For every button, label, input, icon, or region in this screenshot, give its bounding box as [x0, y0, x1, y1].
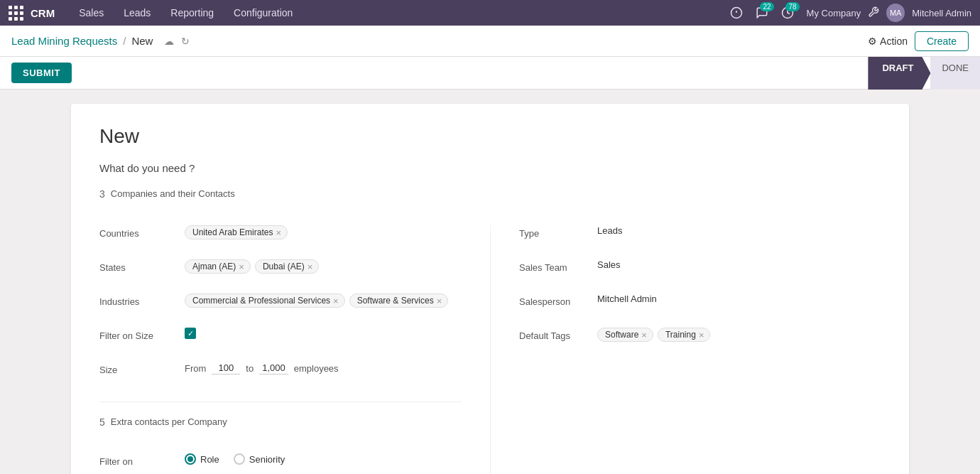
- activities-icon[interactable]: 78: [781, 6, 794, 19]
- tag-dubai-remove[interactable]: ×: [307, 262, 313, 271]
- tag-dubai[interactable]: Dubai (AE) ×: [255, 259, 319, 274]
- form-right: Type Leads Sales Team Sales Salesperson: [490, 225, 881, 474]
- tag-ajman[interactable]: Ajman (AE) ×: [185, 259, 251, 274]
- status-done[interactable]: DONE: [930, 57, 980, 90]
- status-draft[interactable]: DRAFT: [868, 57, 930, 90]
- tag-dubai-text: Dubai (AE): [263, 262, 305, 271]
- extra-count: 5: [99, 416, 105, 428]
- default-tags-row: Default Tags Software × Training ×: [519, 328, 881, 350]
- tag-software-services-text: Software & Services: [357, 296, 434, 306]
- extra-contacts-label: Extra contacts per Company: [111, 416, 227, 427]
- salesperson-text: Mitchell Admin: [597, 293, 657, 304]
- filter-on-row: Filter on Role Seniority: [99, 453, 462, 474]
- nav-configuration[interactable]: Configuration: [224, 0, 303, 26]
- tag-software-remove[interactable]: ×: [641, 330, 647, 340]
- submit-button[interactable]: SUBMIT: [11, 63, 72, 83]
- tag-ajman-text: Ajman (AE): [192, 262, 236, 271]
- messages-icon[interactable]: 22: [756, 6, 768, 19]
- filter-size-checkbox[interactable]: [185, 328, 196, 339]
- tag-training-text: Training: [665, 330, 696, 340]
- breadcrumb-icons: ☁ ↻: [164, 36, 190, 47]
- avatar[interactable]: MA: [886, 4, 905, 22]
- tag-software-services[interactable]: Software & Services ×: [349, 293, 449, 308]
- nav-leads[interactable]: Leads: [114, 0, 160, 26]
- tag-uae-remove[interactable]: ×: [276, 228, 281, 237]
- app-grid-icon[interactable]: [9, 6, 23, 21]
- status-bar: DRAFT DONE: [868, 57, 980, 90]
- breadcrumb-separator: /: [123, 35, 126, 47]
- default-tags-value: Software × Training ×: [597, 328, 881, 342]
- countries-value: United Arab Emirates ×: [185, 225, 462, 239]
- size-label: Size: [99, 362, 185, 375]
- support-icon[interactable]: [730, 6, 743, 19]
- radio-seniority-circle[interactable]: [234, 453, 245, 465]
- radio-role[interactable]: Role: [185, 453, 219, 465]
- action-button[interactable]: ⚙ Action: [868, 36, 908, 47]
- cloud-icon[interactable]: ☁: [164, 36, 174, 47]
- sales-team-value: Sales: [597, 259, 881, 270]
- tag-uae-text: United Arab Emirates: [192, 227, 273, 237]
- nav-items: Sales Leads Reporting Configuration: [69, 0, 729, 26]
- tag-ajman-remove[interactable]: ×: [239, 262, 244, 271]
- states-value: Ajman (AE) × Dubai (AE) ×: [185, 259, 462, 274]
- sales-team-text: Sales: [597, 259, 621, 270]
- nav-right: 22 78 My Company MA Mitchell Admin: [730, 4, 971, 22]
- radio-role-circle[interactable]: [185, 453, 196, 465]
- radio-seniority-label: Seniority: [249, 454, 285, 465]
- question-text: What do you need ?: [99, 162, 195, 174]
- radio-role-label: Role: [200, 454, 219, 465]
- sales-team-row: Sales Team Sales: [519, 259, 881, 282]
- size-from-text: From: [185, 363, 206, 374]
- tag-commercial-remove[interactable]: ×: [333, 296, 339, 306]
- settings-icon[interactable]: [868, 6, 879, 20]
- tag-training[interactable]: Training ×: [658, 328, 711, 342]
- size-unit: employees: [294, 363, 339, 374]
- page-content: New What do you need ? 3 Companies and t…: [0, 90, 980, 474]
- user-name[interactable]: Mitchell Admin: [912, 8, 971, 18]
- tag-software-services-remove[interactable]: ×: [437, 296, 442, 306]
- radio-seniority[interactable]: Seniority: [234, 453, 285, 465]
- nav-sales[interactable]: Sales: [69, 0, 114, 26]
- radio-group: Role Seniority: [185, 453, 285, 465]
- nav-reporting[interactable]: Reporting: [160, 0, 224, 26]
- type-label: Type: [519, 225, 597, 239]
- filter-on-size-value[interactable]: [185, 328, 462, 339]
- industries-value: Commercial & Professional Services × Sof…: [185, 293, 462, 308]
- extra-contacts-row: 5 Extra contacts per Company: [99, 416, 462, 439]
- tag-uae[interactable]: United Arab Emirates ×: [185, 225, 288, 239]
- create-button[interactable]: Create: [915, 31, 969, 51]
- breadcrumb-bar: Lead Mining Requests / New ☁ ↻ ⚙ Action …: [0, 26, 980, 57]
- size-from-input[interactable]: 100: [212, 362, 240, 375]
- industries-label: Industries: [99, 293, 185, 307]
- count-number: 3: [99, 188, 105, 200]
- refresh-icon[interactable]: ↻: [181, 36, 190, 47]
- breadcrumb-parent[interactable]: Lead Mining Requests: [11, 35, 117, 47]
- type-value: Leads: [597, 225, 881, 236]
- filter-on-label: Filter on: [99, 453, 185, 467]
- section-question: What do you need ?: [99, 162, 881, 174]
- filter-on-size-row: Filter on Size: [99, 328, 462, 350]
- salesperson-row: Salesperson Mitchell Admin: [519, 293, 881, 316]
- salesperson-label: Salesperson: [519, 293, 597, 307]
- company-name[interactable]: My Company: [807, 8, 861, 18]
- form-title: New: [99, 125, 881, 148]
- salesperson-value: Mitchell Admin: [597, 293, 881, 304]
- count-label: Companies and their Contacts: [111, 188, 235, 199]
- default-tags-label: Default Tags: [519, 328, 597, 341]
- tag-software[interactable]: Software ×: [597, 328, 653, 342]
- tag-commercial[interactable]: Commercial & Professional Services ×: [185, 293, 345, 308]
- countries-label: Countries: [99, 225, 185, 239]
- states-label: States: [99, 259, 185, 273]
- type-row: Type Leads: [519, 225, 881, 248]
- tag-commercial-text: Commercial & Professional Services: [192, 296, 330, 306]
- gear-icon: ⚙: [868, 36, 877, 47]
- tag-software-text: Software: [605, 330, 638, 340]
- form-card: New What do you need ? 3 Companies and t…: [71, 104, 909, 474]
- form-grid: Countries United Arab Emirates × States …: [99, 225, 881, 474]
- crm-logo[interactable]: CRM: [31, 7, 55, 19]
- breadcrumb-right: ⚙ Action Create: [868, 31, 969, 51]
- tag-training-remove[interactable]: ×: [699, 330, 704, 340]
- breadcrumb-current: New: [131, 35, 153, 47]
- size-to-input[interactable]: 1,000: [259, 362, 288, 375]
- filter-on-value: Role Seniority: [185, 453, 462, 465]
